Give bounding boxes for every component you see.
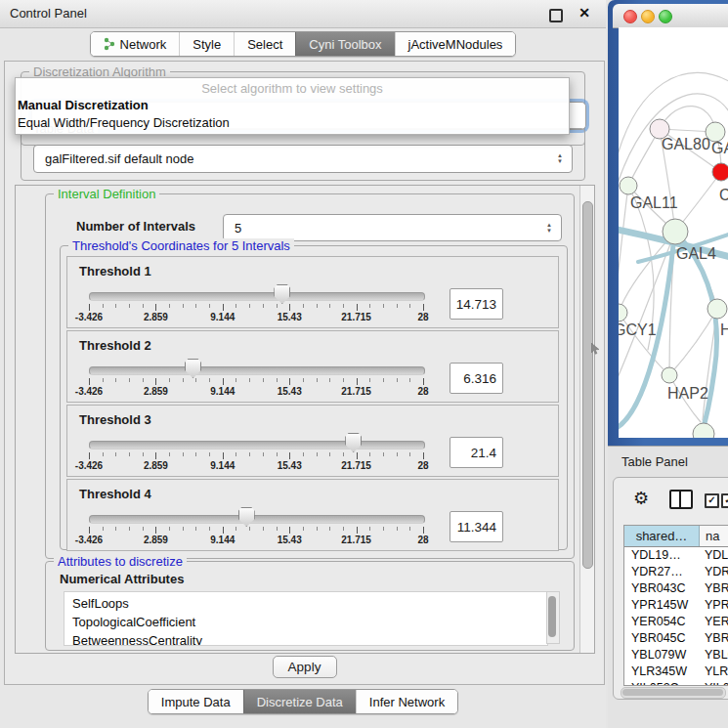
cell-name[interactable]: YLR3 xyxy=(699,664,728,680)
checkbox-icon[interactable]: ✓ xyxy=(705,493,719,508)
zoom-traffic-light-icon[interactable] xyxy=(659,10,672,23)
tab-discretize-data[interactable]: Discretize Data xyxy=(243,690,356,713)
column-header-shared[interactable]: shared… xyxy=(624,526,700,546)
network-node[interactable] xyxy=(620,177,637,194)
table-row[interactable]: YER054CYER0 xyxy=(624,614,728,630)
network-edge[interactable] xyxy=(677,235,716,438)
slider-thumb[interactable] xyxy=(274,284,290,304)
network-canvas[interactable]: GAL80GACGAL11GAL4GCY1HHAP2 xyxy=(619,27,728,438)
table-row[interactable]: YBR045CYBR0 xyxy=(624,630,728,647)
tab-network[interactable]: Network xyxy=(91,32,180,56)
table-row[interactable]: YPR145WYPR1 xyxy=(624,597,728,614)
network-node[interactable] xyxy=(663,219,688,244)
cell-shared-name[interactable]: YLR345W xyxy=(624,664,699,680)
tick-mark xyxy=(143,452,144,456)
cell-name[interactable]: YER0 xyxy=(699,614,728,630)
cell-shared-name[interactable]: YBL079W xyxy=(624,647,699,664)
menu-item-equal-width-frequency[interactable]: Equal Width/Frequency Discretization xyxy=(16,113,569,131)
threshold-slider[interactable] xyxy=(89,292,425,301)
tick-mark xyxy=(357,527,358,534)
column-header-name[interactable]: na xyxy=(700,526,728,546)
cell-name[interactable]: YIL0 xyxy=(699,680,728,686)
table-row[interactable]: YDR27…YDR2 xyxy=(624,564,728,580)
number-of-intervals-combobox[interactable]: 5 ▲ ▼ xyxy=(223,214,562,241)
network-node[interactable] xyxy=(712,163,728,181)
tab-impute-data[interactable]: Impute Data xyxy=(149,690,243,713)
tick-mark xyxy=(343,527,344,531)
control-panel-window: Control Panel ✕ NetworkStyleSelectCyni T… xyxy=(0,0,606,728)
scrollbar-thumb[interactable] xyxy=(622,689,723,696)
cell-shared-name[interactable]: YDL19… xyxy=(624,547,699,564)
tick-mark xyxy=(236,304,236,308)
attribute-item[interactable]: BetweennessCentrality xyxy=(64,631,547,646)
network-titlebar[interactable] xyxy=(613,4,728,28)
gear-icon[interactable]: ⚙ xyxy=(633,489,649,508)
tick-mark xyxy=(89,304,90,311)
table-row[interactable]: YBL079WYBL0 xyxy=(624,647,728,664)
cell-name[interactable]: YBR0 xyxy=(699,630,728,647)
slider-tick-labels: -3.4262.8599.14415.4321.71528 xyxy=(89,386,423,398)
table-row[interactable]: YIL052CYIL0 xyxy=(624,680,728,686)
checkbox-icon[interactable]: ✓ xyxy=(721,493,728,508)
float-window-icon[interactable] xyxy=(549,9,563,22)
network-node[interactable] xyxy=(707,299,727,319)
threshold-value-field[interactable]: 21.4 xyxy=(450,437,503,468)
slider-thumb[interactable] xyxy=(345,433,362,452)
network-node[interactable] xyxy=(662,367,677,383)
threshold-value-field[interactable]: 6.316 xyxy=(450,363,503,394)
table-data-combobox[interactable]: galFiltered.sif default node ▲ ▼ xyxy=(33,145,573,173)
attributes-group: Attributes to discretize Numerical Attri… xyxy=(45,561,575,651)
threshold-value-field[interactable]: 11.344 xyxy=(450,511,503,542)
numerical-attributes-list[interactable]: SelfLoopsTopologicalCoefficientBetweenne… xyxy=(64,591,548,646)
cell-name[interactable]: YDL1 xyxy=(699,547,728,564)
network-node[interactable] xyxy=(619,304,627,321)
tab-jactivemnodules[interactable]: jActiveMNodules xyxy=(395,32,516,56)
tab-infer-network[interactable]: Infer Network xyxy=(356,690,457,713)
settings-vertical-scrollbar[interactable] xyxy=(579,186,594,653)
main-panel: Discretization Algorithm Select algorith… xyxy=(4,61,605,685)
scrollbar-thumb[interactable] xyxy=(582,201,593,569)
menu-item-manual-discretization[interactable]: Manual Discretization xyxy=(16,96,569,113)
tick-mark xyxy=(263,452,264,456)
number-of-intervals-row: Number of Intervals 5 ▲ ▼ xyxy=(46,214,574,240)
threshold-slider[interactable] xyxy=(89,441,425,450)
apply-button[interactable]: Apply xyxy=(273,656,337,678)
columns-icon[interactable] xyxy=(669,490,693,509)
tick-label: 28 xyxy=(417,386,428,397)
cell-shared-name[interactable]: YPR145W xyxy=(624,597,699,614)
close-icon[interactable]: ✕ xyxy=(578,5,590,21)
minimize-traffic-light-icon[interactable] xyxy=(641,10,655,23)
cell-name[interactable]: YBR0 xyxy=(699,580,728,597)
tab-style[interactable]: Style xyxy=(179,32,234,56)
threshold-value-field[interactable]: 14.713 xyxy=(450,288,503,320)
table-row[interactable]: YDL19…YDL1 xyxy=(624,547,728,564)
network-edge[interactable] xyxy=(669,309,717,375)
slider-thumb[interactable] xyxy=(185,359,201,378)
scrollbar-thumb[interactable] xyxy=(548,596,556,637)
cell-shared-name[interactable]: YIL052C xyxy=(624,680,699,686)
cell-shared-name[interactable]: YBR043C xyxy=(624,580,699,597)
slider-thumb[interactable] xyxy=(238,507,255,527)
tick-mark xyxy=(115,527,116,531)
cell-name[interactable]: YBL0 xyxy=(699,647,728,664)
interval-definition-group: Interval Definition Number of Intervals … xyxy=(45,193,575,559)
threshold-slider[interactable] xyxy=(89,366,425,375)
table-row[interactable]: YLR345WYLR3 xyxy=(624,664,728,680)
cell-name[interactable]: YPR1 xyxy=(699,597,728,614)
tab-cyni-toolbox[interactable]: Cyni Toolbox xyxy=(295,32,394,56)
attribute-item[interactable]: SelfLoops xyxy=(64,594,547,613)
close-traffic-light-icon[interactable] xyxy=(623,10,637,23)
cell-name[interactable]: YDR2 xyxy=(699,564,728,580)
cell-shared-name[interactable]: YER054C xyxy=(624,614,699,630)
table-row[interactable]: YBR043CYBR0 xyxy=(624,580,728,597)
network-node[interactable] xyxy=(693,423,714,438)
cell-shared-name[interactable]: YBR045C xyxy=(624,630,699,647)
cell-shared-name[interactable]: YDR27… xyxy=(624,564,699,580)
tick-mark xyxy=(195,304,196,308)
threshold-slider[interactable] xyxy=(89,515,425,524)
tick-mark xyxy=(236,452,236,456)
attribute-item[interactable]: TopologicalCoefficient xyxy=(64,613,547,631)
tab-select[interactable]: Select xyxy=(234,32,295,56)
attributes-scrollbar[interactable] xyxy=(546,591,560,644)
table-horizontal-scrollbar[interactable] xyxy=(621,687,726,699)
